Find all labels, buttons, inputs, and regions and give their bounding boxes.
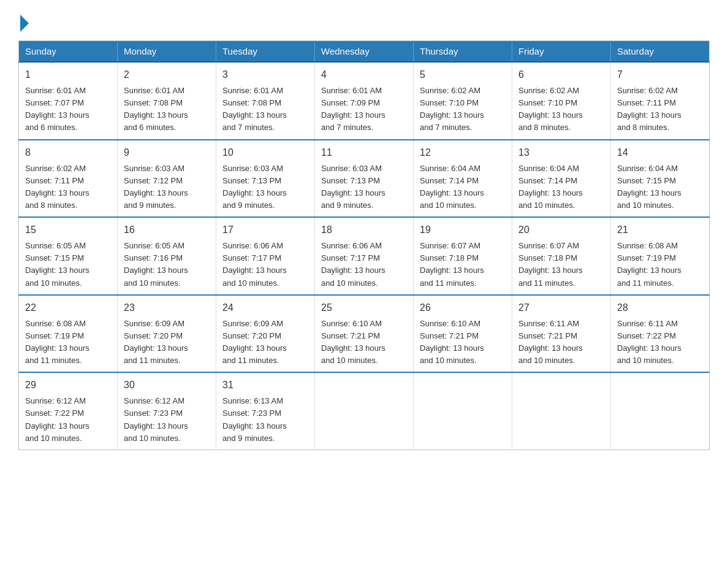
calendar-header-row: SundayMondayTuesdayWednesdayThursdayFrid…: [19, 41, 710, 63]
day-info: Sunrise: 6:07 AMSunset: 7:18 PMDaylight:…: [518, 241, 583, 287]
calendar-cell: 6 Sunrise: 6:02 AMSunset: 7:10 PMDayligh…: [512, 62, 611, 140]
calendar-cell: 26 Sunrise: 6:10 AMSunset: 7:21 PMDaylig…: [414, 295, 512, 373]
day-number: 6: [518, 67, 604, 82]
calendar-cell: 13 Sunrise: 6:04 AMSunset: 7:14 PMDaylig…: [512, 140, 611, 218]
day-info: Sunrise: 6:11 AMSunset: 7:22 PMDaylight:…: [617, 319, 681, 365]
day-number: 23: [124, 301, 210, 315]
day-info: Sunrise: 6:04 AMSunset: 7:14 PMDaylight:…: [518, 164, 583, 210]
page-header: [18, 12, 710, 29]
calendar-cell: 23 Sunrise: 6:09 AMSunset: 7:20 PMDaylig…: [118, 295, 216, 373]
day-info: Sunrise: 6:03 AMSunset: 7:13 PMDaylight:…: [321, 164, 385, 210]
day-header-friday: Friday: [512, 41, 611, 63]
logo: [18, 12, 29, 29]
calendar-cell: 17 Sunrise: 6:06 AMSunset: 7:17 PMDaylig…: [216, 217, 315, 295]
day-info: Sunrise: 6:01 AMSunset: 7:08 PMDaylight:…: [124, 86, 188, 132]
calendar-cell: 31 Sunrise: 6:13 AMSunset: 7:23 PMDaylig…: [216, 372, 315, 450]
day-header-sunday: Sunday: [19, 41, 118, 63]
day-info: Sunrise: 6:02 AMSunset: 7:10 PMDaylight:…: [420, 86, 484, 132]
calendar-cell: 2 Sunrise: 6:01 AMSunset: 7:08 PMDayligh…: [118, 62, 216, 140]
day-info: Sunrise: 6:11 AMSunset: 7:21 PMDaylight:…: [518, 319, 583, 365]
calendar-cell: 20 Sunrise: 6:07 AMSunset: 7:18 PMDaylig…: [512, 217, 611, 295]
calendar-cell: 19 Sunrise: 6:07 AMSunset: 7:18 PMDaylig…: [414, 217, 512, 295]
calendar-cell: 10 Sunrise: 6:03 AMSunset: 7:13 PMDaylig…: [216, 140, 315, 218]
day-info: Sunrise: 6:03 AMSunset: 7:13 PMDaylight:…: [222, 164, 287, 210]
calendar-cell: 16 Sunrise: 6:05 AMSunset: 7:16 PMDaylig…: [118, 217, 216, 295]
day-number: 12: [420, 145, 506, 160]
day-info: Sunrise: 6:08 AMSunset: 7:19 PMDaylight:…: [25, 319, 89, 365]
calendar-cell: 3 Sunrise: 6:01 AMSunset: 7:08 PMDayligh…: [216, 62, 315, 140]
day-number: 4: [321, 67, 407, 82]
day-number: 29: [25, 378, 111, 393]
day-header-saturday: Saturday: [611, 41, 710, 63]
day-number: 8: [25, 145, 111, 160]
day-number: 10: [222, 145, 308, 160]
day-number: 28: [617, 301, 703, 315]
day-info: Sunrise: 6:01 AMSunset: 7:08 PMDaylight:…: [222, 86, 287, 132]
day-number: 20: [518, 223, 604, 237]
day-number: 3: [222, 67, 308, 82]
day-number: 7: [617, 67, 703, 82]
day-number: 17: [222, 223, 308, 237]
day-number: 15: [25, 223, 111, 237]
day-number: 5: [420, 67, 506, 82]
day-info: Sunrise: 6:02 AMSunset: 7:11 PMDaylight:…: [617, 86, 681, 132]
day-number: 26: [420, 301, 506, 315]
calendar-cell: 11 Sunrise: 6:03 AMSunset: 7:13 PMDaylig…: [315, 140, 414, 218]
calendar-cell: 30 Sunrise: 6:12 AMSunset: 7:23 PMDaylig…: [118, 372, 216, 450]
calendar-cell: 14 Sunrise: 6:04 AMSunset: 7:15 PMDaylig…: [611, 140, 710, 218]
calendar-week-row: 15 Sunrise: 6:05 AMSunset: 7:15 PMDaylig…: [19, 217, 710, 295]
calendar-cell: 15 Sunrise: 6:05 AMSunset: 7:15 PMDaylig…: [19, 217, 118, 295]
day-number: 25: [321, 301, 407, 315]
calendar-cell: 5 Sunrise: 6:02 AMSunset: 7:10 PMDayligh…: [414, 62, 512, 140]
day-info: Sunrise: 6:04 AMSunset: 7:15 PMDaylight:…: [617, 164, 681, 210]
day-number: 16: [124, 223, 210, 237]
calendar-week-row: 29 Sunrise: 6:12 AMSunset: 7:22 PMDaylig…: [19, 372, 710, 450]
day-info: Sunrise: 6:13 AMSunset: 7:23 PMDaylight:…: [222, 396, 287, 442]
day-number: 11: [321, 145, 407, 160]
day-number: 22: [25, 301, 111, 315]
calendar-cell: [414, 372, 512, 450]
day-number: 1: [25, 67, 111, 82]
calendar-cell: 25 Sunrise: 6:10 AMSunset: 7:21 PMDaylig…: [315, 295, 414, 373]
day-number: 21: [617, 223, 703, 237]
calendar-cell: 28 Sunrise: 6:11 AMSunset: 7:22 PMDaylig…: [611, 295, 710, 373]
day-info: Sunrise: 6:09 AMSunset: 7:20 PMDaylight:…: [222, 319, 287, 365]
day-info: Sunrise: 6:03 AMSunset: 7:12 PMDaylight:…: [124, 164, 188, 210]
day-info: Sunrise: 6:02 AMSunset: 7:11 PMDaylight:…: [25, 164, 89, 210]
calendar-cell: 27 Sunrise: 6:11 AMSunset: 7:21 PMDaylig…: [512, 295, 611, 373]
calendar-cell: 24 Sunrise: 6:09 AMSunset: 7:20 PMDaylig…: [216, 295, 315, 373]
day-number: 9: [124, 145, 210, 160]
calendar-cell: 21 Sunrise: 6:08 AMSunset: 7:19 PMDaylig…: [611, 217, 710, 295]
day-header-monday: Monday: [118, 41, 216, 63]
calendar-cell: 1 Sunrise: 6:01 AMSunset: 7:07 PMDayligh…: [19, 62, 118, 140]
day-info: Sunrise: 6:07 AMSunset: 7:18 PMDaylight:…: [420, 241, 484, 287]
day-number: 2: [124, 67, 210, 82]
day-info: Sunrise: 6:01 AMSunset: 7:09 PMDaylight:…: [321, 86, 385, 132]
day-header-thursday: Thursday: [414, 41, 512, 63]
calendar-cell: [512, 372, 611, 450]
day-info: Sunrise: 6:08 AMSunset: 7:19 PMDaylight:…: [617, 241, 681, 287]
day-info: Sunrise: 6:05 AMSunset: 7:16 PMDaylight:…: [124, 241, 188, 287]
day-header-wednesday: Wednesday: [315, 41, 414, 63]
day-number: 13: [518, 145, 604, 160]
day-info: Sunrise: 6:10 AMSunset: 7:21 PMDaylight:…: [420, 319, 484, 365]
day-number: 30: [124, 378, 210, 393]
day-info: Sunrise: 6:02 AMSunset: 7:10 PMDaylight:…: [518, 86, 583, 132]
day-number: 14: [617, 145, 703, 160]
calendar-cell: 7 Sunrise: 6:02 AMSunset: 7:11 PMDayligh…: [611, 62, 710, 140]
day-header-tuesday: Tuesday: [216, 41, 315, 63]
day-info: Sunrise: 6:06 AMSunset: 7:17 PMDaylight:…: [321, 241, 385, 287]
day-info: Sunrise: 6:01 AMSunset: 7:07 PMDaylight:…: [25, 86, 89, 132]
day-info: Sunrise: 6:10 AMSunset: 7:21 PMDaylight:…: [321, 319, 385, 365]
day-info: Sunrise: 6:12 AMSunset: 7:22 PMDaylight:…: [25, 396, 89, 442]
logo-arrow-icon: [20, 15, 29, 32]
calendar-cell: 22 Sunrise: 6:08 AMSunset: 7:19 PMDaylig…: [19, 295, 118, 373]
day-number: 31: [222, 378, 308, 393]
calendar-table: SundayMondayTuesdayWednesdayThursdayFrid…: [18, 40, 710, 450]
day-number: 27: [518, 301, 604, 315]
day-info: Sunrise: 6:06 AMSunset: 7:17 PMDaylight:…: [222, 241, 287, 287]
day-info: Sunrise: 6:04 AMSunset: 7:14 PMDaylight:…: [420, 164, 484, 210]
calendar-cell: 18 Sunrise: 6:06 AMSunset: 7:17 PMDaylig…: [315, 217, 414, 295]
day-info: Sunrise: 6:12 AMSunset: 7:23 PMDaylight:…: [124, 396, 188, 442]
calendar-week-row: 22 Sunrise: 6:08 AMSunset: 7:19 PMDaylig…: [19, 295, 710, 373]
